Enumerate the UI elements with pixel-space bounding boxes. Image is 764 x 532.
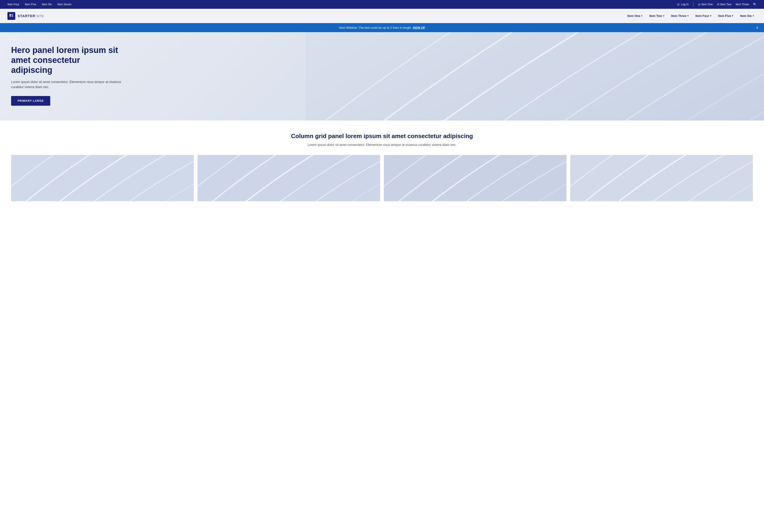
main-nav: STARTER SITE Item One ▾ Item Two ▾ Item … xyxy=(0,9,764,23)
logo-text: STARTER SITE xyxy=(18,14,44,18)
user-icon: ⊙ xyxy=(677,3,680,6)
hero-subtitle: Lorem ipsum dolor sit amet consectetur. … xyxy=(11,79,122,90)
nav-item-five[interactable]: Item Five ▾ xyxy=(715,12,736,19)
svg-rect-7 xyxy=(384,155,567,201)
top-bar-right: ⊙ Log In ◎ Item One ✉ Item Two Item Thre… xyxy=(677,2,757,6)
svg-rect-8 xyxy=(570,155,753,201)
main-nav-items: Item One ▾ Item Two ▾ Item Three ▾ Item … xyxy=(625,12,757,19)
announcement-banner: Next Webinar: The text could be up to 2 … xyxy=(0,23,764,32)
grid-card-2 xyxy=(197,155,380,201)
chevron-down-icon: ▾ xyxy=(663,15,664,17)
svg-rect-2 xyxy=(10,16,11,17)
banner-close-button[interactable]: × xyxy=(756,25,758,30)
banner-text: Next Webinar: The text could be up to 2 … xyxy=(11,26,753,29)
envelope-icon: ✉ xyxy=(717,3,719,6)
chevron-down-icon: ▾ xyxy=(687,15,688,17)
chevron-down-icon: ▾ xyxy=(753,15,754,17)
chevron-down-icon: ▾ xyxy=(710,15,711,17)
top-bar-secondary-items: ◎ Item One ✉ Item Two Item Three 🔍 xyxy=(698,3,757,6)
hero-decoration xyxy=(305,32,764,120)
nav-item-one[interactable]: Item One ▾ xyxy=(625,12,645,19)
grid-section-title: Column grid panel lorem ipsum sit amet c… xyxy=(11,133,753,140)
chevron-down-icon: ▾ xyxy=(641,15,642,17)
chevron-down-icon: ▾ xyxy=(732,15,733,17)
search-icon[interactable]: 🔍 xyxy=(753,3,757,6)
svg-rect-3 xyxy=(12,15,13,17)
topbar-login[interactable]: ⊙ Log In xyxy=(677,3,688,6)
hero-section: Hero panel lorem ipsum sit amet consecte… xyxy=(0,32,764,120)
grid-card-3 xyxy=(384,155,567,201)
hero-decoration-svg xyxy=(305,32,764,120)
grid-section: Column grid panel lorem ipsum sit amet c… xyxy=(0,120,764,207)
banner-signup-link[interactable]: SIGN UP xyxy=(413,26,425,29)
nav-item-three[interactable]: Item Three ▾ xyxy=(668,12,691,19)
top-bar-right-group: ⊙ Log In xyxy=(677,3,688,6)
grid-section-subtitle: Lorem ipsum dolor sit amet consectetur. … xyxy=(11,143,753,147)
card-4-svg xyxy=(570,155,753,201)
location-icon: ◎ xyxy=(698,3,700,6)
svg-rect-1 xyxy=(12,14,13,15)
topbar-item-five[interactable]: Item Five xyxy=(25,3,36,6)
topbar-item-six[interactable]: Item Six xyxy=(42,3,52,6)
grid-card-4 xyxy=(570,155,753,201)
top-bar-divider xyxy=(693,2,693,6)
topbar-item-four[interactable]: Item Four xyxy=(7,3,19,6)
logo-svg xyxy=(9,14,14,18)
top-bar-left: Item Four Item Five Item Six Item Seven xyxy=(7,3,72,6)
hero-title: Hero panel lorem ipsum sit amet consecte… xyxy=(11,45,122,75)
logo[interactable]: STARTER SITE xyxy=(7,12,44,20)
card-3-svg xyxy=(384,155,567,201)
card-2-svg xyxy=(197,155,380,201)
logo-icon xyxy=(7,12,15,20)
nav-item-four[interactable]: Item Four ▾ xyxy=(693,12,714,19)
topbar-right-item-two[interactable]: ✉ Item Two xyxy=(717,3,731,6)
grid-cards-container xyxy=(11,155,753,201)
svg-rect-0 xyxy=(10,14,11,16)
nav-item-six[interactable]: Item Six ▾ xyxy=(737,12,757,19)
topbar-right-item-three[interactable]: Item Three xyxy=(735,3,749,6)
topbar-right-item-one[interactable]: ◎ Item One xyxy=(698,3,713,6)
hero-content: Hero panel lorem ipsum sit amet consecte… xyxy=(11,45,122,106)
svg-rect-6 xyxy=(197,155,380,201)
topbar-item-seven[interactable]: Item Seven xyxy=(58,3,72,6)
nav-item-two[interactable]: Item Two ▾ xyxy=(647,12,667,19)
svg-rect-5 xyxy=(11,155,194,201)
top-bar: Item Four Item Five Item Six Item Seven … xyxy=(0,0,764,9)
grid-card-1 xyxy=(11,155,194,201)
hero-cta-button[interactable]: PRIMARY LARGE xyxy=(11,96,50,106)
card-1-svg xyxy=(11,155,194,201)
